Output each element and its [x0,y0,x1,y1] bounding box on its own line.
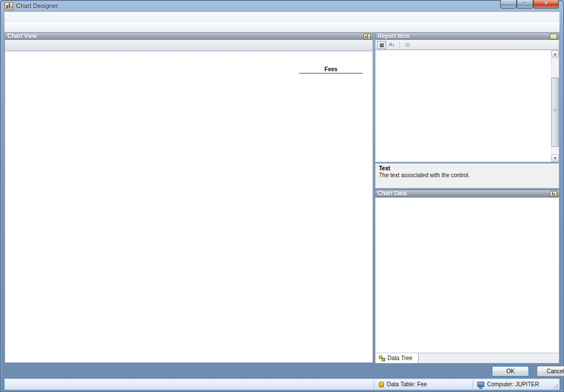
chart-view-tabs [5,40,373,51]
sort-alphabetical-icon[interactable]: A↓ [387,41,397,49]
chart-view-header: Chart View [5,32,373,40]
status-computer: Computer: JUPITER [473,381,543,387]
close-button[interactable]: ✕ [533,0,559,9]
tab-data-tree[interactable]: Data Tree [375,353,419,363]
app-icon [5,2,13,10]
property-grid-toolbar: ▦ A↓ ▤ [375,40,559,50]
chart-legend: Fees [299,66,363,75]
property-description: Text The text associated with the contro… [375,163,559,189]
chart-view-title: Chart View [7,33,37,39]
scrollbar-thumb[interactable] [551,77,559,147]
scroll-up-icon[interactable]: ▲ [551,50,559,58]
main-toolbar [5,22,559,32]
chart-data-header: Chart Data [375,190,559,197]
report-item-panel: Report Item ▦ A↓ ▤ ▲ ▼ Text The text ass… [375,32,559,189]
chart-data-header-icon [550,191,557,197]
computer-icon [477,382,484,387]
chart-data-panel: Chart Data Data Tree [375,190,559,364]
ok-button[interactable]: OK [492,366,529,377]
report-item-header-icon [550,34,557,39]
chart-preview-area: Fees [5,51,373,363]
title-bar: Chart Designer – ❐ ✕ [0,0,564,13]
chart-designer-window: { "window": { "title": "Chart Designer",… [0,0,564,392]
status-bar: Data Table: Fee Computer: JUPITER [5,378,559,390]
property-grid-scrollbar[interactable]: ▲ ▼ [551,50,559,162]
data-tree-icon [379,356,385,361]
property-pages-icon: ▤ [403,41,412,49]
resize-grip[interactable] [553,383,558,389]
database-icon [379,382,384,387]
pie-chart[interactable] [20,67,296,325]
report-item-title: Report Item [378,33,410,39]
window-title: Chart Designer [16,2,58,9]
legend-title: Fees [299,66,363,74]
minimize-button[interactable]: – [500,0,517,9]
property-description-title: Text [379,165,555,172]
cancel-button[interactable]: Cancel [537,366,564,377]
property-description-text: The text associated with the control. [379,172,555,178]
maximize-button[interactable]: ❐ [517,0,533,9]
scroll-down-icon[interactable]: ▼ [551,154,559,162]
categorized-icon[interactable]: ▦ [377,41,386,49]
dialog-buttons: OK Cancel [492,366,564,377]
chart-data-title: Chart Data [378,190,407,197]
chart-data-tab-row: Data Tree [375,353,559,364]
menu-bar [5,12,559,22]
status-data-table: Data Table: Fee [374,381,472,387]
report-item-header: Report Item [375,32,559,40]
chart-view-panel: Chart View Fees [5,32,373,363]
property-grid: ▲ ▼ [375,50,559,162]
xml-data-tree [375,197,559,353]
chart-view-header-icon [363,34,371,39]
